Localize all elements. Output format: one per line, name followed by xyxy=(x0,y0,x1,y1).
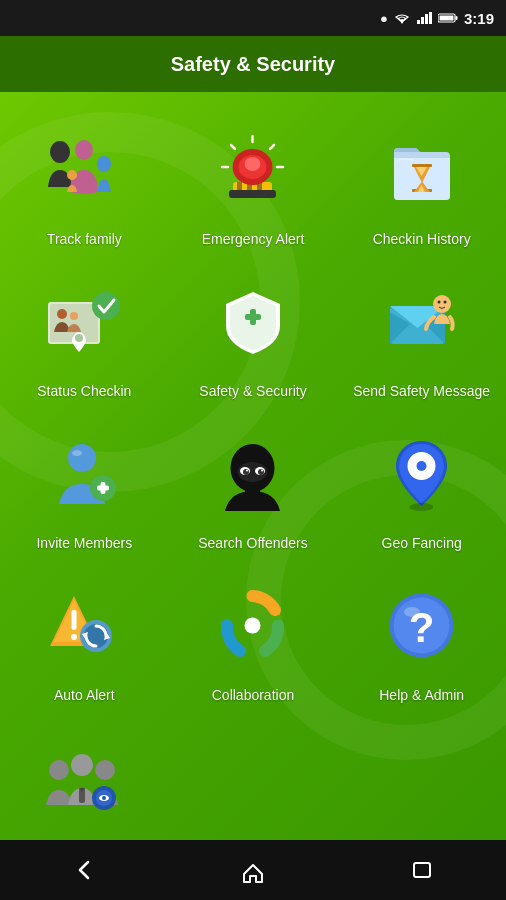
auto-alert-icon xyxy=(39,580,129,670)
grid-item-auto-alert[interactable]: Auto Alert xyxy=(0,568,169,720)
svg-rect-2 xyxy=(421,17,424,24)
svg-rect-7 xyxy=(439,16,453,21)
svg-point-9 xyxy=(75,140,93,160)
search-offenders-icon xyxy=(208,428,298,518)
invite-members-label: Invite Members xyxy=(36,526,132,560)
collaboration-icon xyxy=(208,580,298,670)
svg-rect-13 xyxy=(229,190,276,198)
header-title: Safety & Security xyxy=(171,53,336,76)
grid-item-search-offenders[interactable]: Search Offenders xyxy=(169,416,338,568)
svg-rect-79 xyxy=(414,863,430,877)
status-time: 3:19 xyxy=(464,10,494,27)
svg-rect-34 xyxy=(250,309,256,325)
svg-point-37 xyxy=(437,300,440,303)
main-content: Track family xyxy=(0,92,506,840)
safety-security-label: Safety & Security xyxy=(199,374,306,408)
grid-item-track-family[interactable]: Track family xyxy=(0,112,169,264)
grid-item-help-admin[interactable]: ? Help & Admin xyxy=(337,568,506,720)
svg-point-38 xyxy=(443,300,446,303)
track-family-label: Track family xyxy=(47,222,122,256)
svg-point-70 xyxy=(49,760,69,780)
svg-rect-6 xyxy=(455,16,457,20)
svg-point-40 xyxy=(72,450,82,456)
status-icons: ● 3:19 xyxy=(380,10,494,27)
status-checkin-label: Status Checkin xyxy=(37,374,131,408)
svg-point-69 xyxy=(404,607,420,617)
send-safety-message-label: Send Safety Message xyxy=(353,374,490,408)
svg-point-71 xyxy=(71,754,93,776)
svg-point-39 xyxy=(68,444,96,472)
svg-point-65 xyxy=(245,617,261,633)
help-admin-label: Help & Admin xyxy=(379,678,464,712)
app-header: Safety & Security xyxy=(0,36,506,92)
grid-item-invite-members[interactable]: Invite Members xyxy=(0,416,169,568)
auto-alert-label: Auto Alert xyxy=(54,678,115,712)
geo-fancing-label: Geo Fancing xyxy=(382,526,462,560)
help-admin-icon: ? xyxy=(377,580,467,670)
svg-rect-4 xyxy=(429,12,432,24)
svg-point-10 xyxy=(97,156,111,172)
status-checkin-icon xyxy=(39,276,129,366)
svg-point-78 xyxy=(102,796,106,800)
svg-point-19 xyxy=(245,157,261,171)
svg-rect-3 xyxy=(425,14,428,24)
svg-point-31 xyxy=(92,292,120,320)
grid-item-admin-settings[interactable] xyxy=(0,720,169,840)
emergency-alert-label: Emergency Alert xyxy=(202,222,305,256)
send-safety-message-icon xyxy=(377,276,467,366)
svg-point-8 xyxy=(50,141,70,163)
search-offenders-label: Search Offenders xyxy=(198,526,307,560)
svg-point-72 xyxy=(95,760,115,780)
back-button[interactable] xyxy=(54,850,114,890)
geo-fancing-icon xyxy=(377,428,467,518)
grid-item-safety-security[interactable]: Safety & Security xyxy=(169,264,338,416)
svg-rect-56 xyxy=(72,610,77,630)
svg-rect-14 xyxy=(237,182,242,194)
svg-point-54 xyxy=(417,461,427,471)
emergency-alert-icon xyxy=(208,124,298,214)
checkin-history-label: Checkin History xyxy=(373,222,471,256)
recents-button[interactable] xyxy=(392,850,452,890)
battery-icon xyxy=(438,12,458,24)
invite-members-icon xyxy=(39,428,129,518)
bottom-nav xyxy=(0,840,506,900)
collaboration-label: Collaboration xyxy=(212,678,295,712)
svg-point-32 xyxy=(75,334,83,342)
svg-rect-1 xyxy=(417,20,420,24)
grid-item-emergency-alert[interactable]: Emergency Alert xyxy=(169,112,338,264)
svg-point-11 xyxy=(67,170,77,180)
svg-line-23 xyxy=(231,145,235,149)
svg-rect-52 xyxy=(245,488,260,498)
signal-icon xyxy=(416,12,432,24)
svg-point-48 xyxy=(243,469,249,475)
back-icon xyxy=(70,856,98,884)
grid-item-send-safety-message[interactable]: Send Safety Message xyxy=(337,264,506,416)
svg-point-50 xyxy=(246,469,248,471)
svg-point-36 xyxy=(433,295,451,313)
grid-item-geo-fancing[interactable]: Geo Fancing xyxy=(337,416,506,568)
status-bar: ● 3:19 xyxy=(0,0,506,36)
track-family-icon xyxy=(39,124,129,214)
svg-rect-43 xyxy=(100,482,105,494)
admin-settings-icon xyxy=(39,732,129,822)
recents-icon xyxy=(408,856,436,884)
svg-point-29 xyxy=(57,309,67,319)
wifi-icon xyxy=(394,12,410,24)
svg-point-55 xyxy=(410,503,434,511)
svg-point-30 xyxy=(70,312,78,320)
svg-point-51 xyxy=(261,469,263,471)
safety-security-icon xyxy=(208,276,298,366)
svg-point-57 xyxy=(71,634,77,640)
svg-point-0 xyxy=(401,22,403,24)
grid-item-status-checkin[interactable]: Status Checkin xyxy=(0,264,169,416)
svg-point-49 xyxy=(258,469,264,475)
grid-item-collaboration[interactable]: Collaboration xyxy=(169,568,338,720)
menu-grid: Track family xyxy=(0,102,506,840)
home-button[interactable] xyxy=(223,850,283,890)
home-icon xyxy=(239,856,267,884)
location-pin-icon: ● xyxy=(380,11,388,26)
svg-line-21 xyxy=(270,145,274,149)
svg-point-59 xyxy=(84,624,108,648)
checkin-history-icon xyxy=(377,124,467,214)
grid-item-checkin-history[interactable]: Checkin History xyxy=(337,112,506,264)
